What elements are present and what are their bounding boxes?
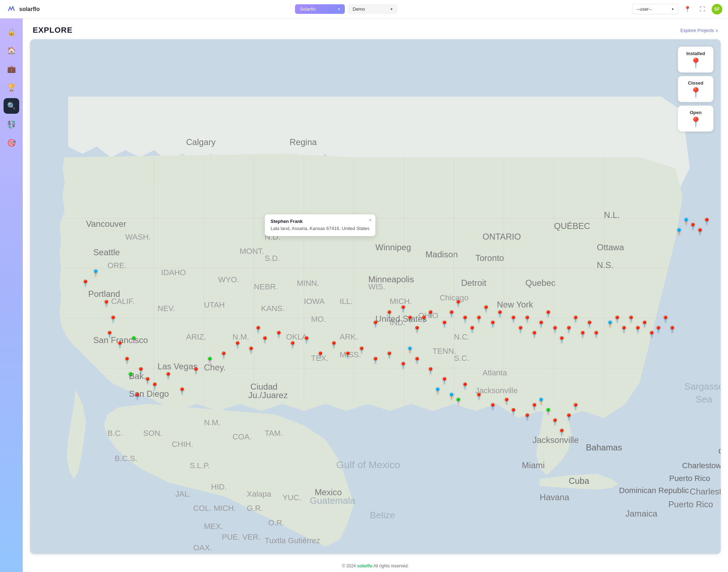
user-dropdown[interactable]: --user-- [632, 4, 678, 14]
svg-text:Ottawa: Ottawa [597, 242, 624, 252]
sidebar-item-explore[interactable]: 🔍 [4, 98, 19, 114]
svg-text:Las Vegas: Las Vegas [157, 362, 198, 371]
explore-projects-link[interactable]: Explore Projects » [680, 28, 718, 33]
svg-text:Ju./Juarez: Ju./Juarez [248, 390, 288, 400]
svg-text:TENN.: TENN. [433, 347, 456, 356]
svg-text:ORE.: ORE. [107, 261, 127, 270]
svg-text:MISS.: MISS. [340, 350, 361, 359]
svg-text:OAX.: OAX. [193, 543, 212, 552]
svg-text:N.M.: N.M. [204, 418, 221, 427]
logo-area: solarflo [6, 4, 63, 15]
svg-text:G.R.: G.R. [247, 504, 263, 513]
main-layout: 🔒 🏠 💼 🏆 🔍 💱 🎯 EXPLORE Explore Projects » [0, 18, 728, 572]
svg-text:Detroit: Detroit [461, 278, 486, 288]
svg-text:JAL.: JAL. [175, 490, 191, 498]
svg-text:Portland: Portland [88, 289, 120, 299]
explore-icon: 🔍 [7, 102, 16, 110]
svg-text:Havana: Havana [540, 492, 569, 502]
home-icon: 🏠 [7, 46, 16, 55]
svg-text:IDAHO: IDAHO [161, 268, 186, 277]
svg-text:OKLA.: OKLA. [286, 332, 309, 341]
header-right: --user-- 📍 ⛶ SF [630, 4, 722, 15]
svg-text:MICH.: MICH. [390, 297, 412, 306]
svg-text:N.M.: N.M. [232, 332, 249, 341]
fullscreen-icon-btn[interactable]: ⛶ [697, 4, 708, 15]
svg-text:Regina: Regina [290, 137, 317, 147]
svg-text:Puerto Rico: Puerto Rico [669, 474, 710, 483]
svg-text:San Francisco: San Francisco [93, 335, 148, 345]
svg-text:COL. MICH.: COL. MICH. [193, 504, 236, 513]
header-nav: Solarflo Demo [63, 4, 630, 14]
svg-text:UTAH: UTAH [204, 300, 225, 309]
svg-text:Jamaica: Jamaica [625, 509, 657, 518]
legend-open-pin: 📍 [690, 117, 702, 127]
svg-text:Quebec: Quebec [525, 278, 555, 288]
demo-dropdown[interactable]: Demo [348, 4, 397, 14]
sidebar: 🔒 🏠 💼 🏆 🔍 💱 🎯 [0, 18, 23, 572]
svg-text:Bak.: Bak. [129, 371, 146, 381]
svg-text:Belize: Belize [370, 510, 395, 520]
trophy-icon: 🏆 [7, 83, 16, 92]
svg-text:MEX.: MEX. [204, 522, 223, 531]
svg-text:MINN.: MINN. [297, 279, 319, 288]
legend-open-label: Open [690, 110, 701, 115]
svg-text:NEV.: NEV. [157, 304, 175, 313]
solarflo-dropdown[interactable]: Solarflo [295, 4, 345, 14]
page-header: EXPLORE Explore Projects » [23, 18, 728, 39]
map-container[interactable]: Gulf of Mexico Sargasso Sea Belize Guate… [30, 39, 721, 554]
location-icon-btn[interactable]: 📍 [682, 4, 693, 15]
svg-text:San Diego: San Diego [129, 389, 169, 399]
svg-point-1 [9, 6, 11, 8]
svg-text:ARK.: ARK. [340, 332, 358, 341]
svg-text:Sea: Sea [696, 394, 712, 405]
logo-text: solarflo [19, 6, 40, 12]
svg-text:ILL.: ILL. [340, 297, 353, 306]
svg-text:Ciudad: Ciudad [250, 382, 277, 391]
svg-text:COA.: COA. [232, 432, 252, 441]
location-icon: 📍 [684, 6, 691, 12]
svg-text:YUC.: YUC. [283, 493, 301, 502]
svg-text:NEBR.: NEBR. [254, 282, 278, 291]
svg-text:IOWA: IOWA [304, 297, 325, 306]
svg-text:S.D.: S.D. [264, 254, 280, 263]
legend-installed: Installed 📍 [678, 47, 713, 73]
svg-text:MO.: MO. [311, 315, 326, 324]
svg-text:Toronto: Toronto [475, 253, 504, 263]
target-icon: 🎯 [7, 139, 16, 147]
svg-text:N.C.: N.C. [454, 332, 470, 341]
svg-text:Atlanta: Atlanta [482, 368, 507, 377]
finance-icon: 💱 [7, 120, 16, 129]
svg-text:Dominican Republic: Dominican Republic [619, 486, 689, 495]
svg-text:Gulf of Mexico: Gulf of Mexico [336, 459, 400, 470]
lock-icon: 🔒 [7, 28, 16, 36]
sidebar-item-target[interactable]: 🎯 [4, 135, 19, 151]
svg-text:Chey.: Chey. [204, 363, 226, 372]
map-background: Gulf of Mexico Sargasso Sea Belize Guate… [30, 39, 721, 554]
legend-closed-label: Closed [688, 80, 703, 86]
svg-text:N.S.: N.S. [597, 260, 614, 270]
svg-text:Cuba: Cuba [569, 476, 589, 486]
sidebar-item-home[interactable]: 🏠 [4, 43, 19, 58]
sidebar-item-trophy[interactable]: 🏆 [4, 80, 19, 95]
legend-installed-label: Installed [686, 51, 705, 56]
svg-text:Miami: Miami [522, 460, 545, 470]
svg-text:SON.: SON. [143, 429, 162, 438]
popup-close-button[interactable]: × [369, 217, 371, 223]
svg-text:Calgary: Calgary [186, 137, 215, 147]
legend-installed-pin: 📍 [690, 58, 702, 68]
legend-open: Open 📍 [678, 106, 713, 132]
sidebar-item-finance[interactable]: 💱 [4, 117, 19, 132]
sidebar-item-briefcase[interactable]: 💼 [4, 61, 19, 77]
svg-text:ONTARIO: ONTARIO [482, 232, 521, 241]
map-wrapper: Gulf of Mexico Sargasso Sea Belize Guate… [30, 39, 721, 554]
svg-text:CHIH.: CHIH. [172, 440, 193, 449]
svg-text:Vancouver: Vancouver [86, 219, 126, 229]
svg-text:New York: New York [497, 300, 534, 309]
svg-text:Guadeloupe: Guadeloupe [718, 447, 721, 456]
svg-text:B.C.S.: B.C.S. [114, 454, 137, 463]
avatar: SF [712, 4, 722, 15]
sidebar-item-lock[interactable]: 🔒 [4, 24, 19, 40]
svg-text:HID.: HID. [211, 482, 227, 491]
map-popup: × Stephen Frank Lala land, Assaria, Kans… [265, 214, 375, 236]
svg-text:Charlestown: Charlestown [682, 461, 721, 470]
